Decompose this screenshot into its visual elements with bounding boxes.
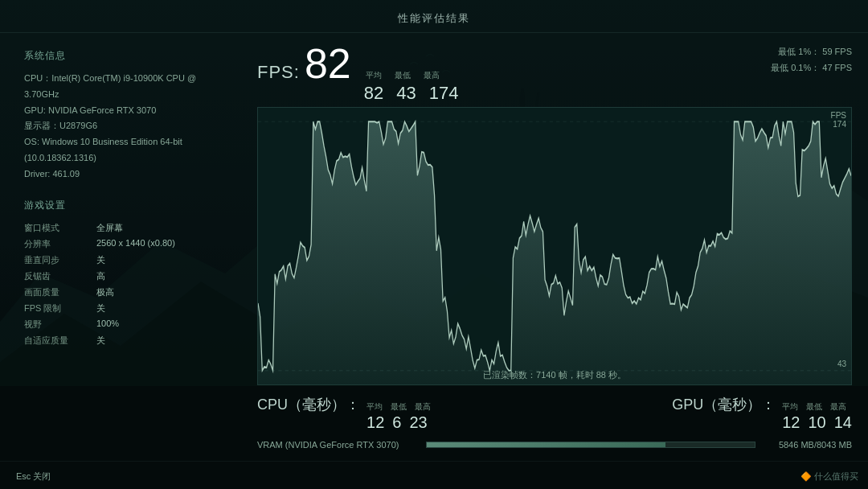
cpu-stats: 平均 最低 最高 12 6 23	[366, 401, 431, 432]
gpu-stats: 平均 最低 最高 12 10 14	[782, 401, 852, 432]
cpu-avg-val: 12	[366, 413, 384, 432]
settings-table: 窗口模式全屏幕分辨率2560 x 1440 (x0.80)垂直同步关反锯齿高画面…	[24, 220, 233, 349]
settings-row: 自适应质量关	[24, 333, 233, 349]
setting-value: 关	[96, 301, 233, 317]
fps-p1-label: 最低 1%：	[778, 47, 820, 56]
fps-display: FPS: 82 平均 最低 最高 82 43 174	[257, 43, 458, 104]
page-title: 性能评估结果	[0, 0, 868, 33]
close-button[interactable]: Esc 关闭	[16, 471, 51, 483]
esc-label: Esc	[16, 471, 31, 481]
bottom-metrics: CPU（毫秒）： 平均 最低 最高 12 6 23	[257, 388, 852, 435]
driver-info: Driver: 461.09	[24, 166, 233, 183]
cpu-max-label: 最高	[415, 401, 431, 413]
setting-label: FPS 限制	[24, 301, 96, 317]
setting-value: 关	[96, 253, 233, 269]
fps-max-stat: 174	[429, 83, 459, 104]
cpu-min-val: 6	[392, 413, 401, 432]
gpu-max-label: 最高	[830, 401, 846, 413]
gpu-min-val: 10	[809, 413, 826, 432]
setting-label: 分辨率	[24, 236, 96, 253]
gpu-max-val: 14	[834, 413, 852, 432]
setting-label: 反锯齿	[24, 269, 96, 285]
vram-section: VRAM (NVIDIA GeForce RTX 3070) 5846 MB/8…	[257, 435, 852, 453]
fps-p1-value: 59 FPS	[822, 47, 852, 56]
gpu-info: GPU: NVIDIA GeForce RTX 3070	[24, 103, 233, 119]
setting-value: 全屏幕	[96, 220, 233, 236]
fps-percentile: 最低 1%： 59 FPS 最低 0.1%： 47 FPS	[771, 43, 852, 76]
fps-label: FPS:	[257, 62, 300, 83]
vram-label: VRAM (NVIDIA GeForce RTX 3070)	[257, 440, 418, 450]
gpu-avg-label: 平均	[782, 401, 798, 413]
fps-chart: FPS174 43 已渲染帧数：7140 帧，耗时 88 秒。	[257, 107, 852, 385]
setting-value: 100%	[96, 317, 233, 333]
setting-label: 垂直同步	[24, 253, 96, 269]
setting-label: 画面质量	[24, 285, 96, 301]
vram-bar	[426, 442, 755, 448]
fps-stats: 平均 最低 最高 82 43 174	[364, 70, 459, 104]
gpu-avg-val: 12	[782, 413, 800, 432]
fps-avg-label: 平均	[366, 70, 382, 81]
vram-bar-fill	[427, 442, 665, 447]
fps-avg-stat: 82	[364, 83, 383, 104]
settings-row: 画面质量极高	[24, 285, 233, 301]
cpu-metric: CPU（毫秒）： 平均 最低 最高 12 6 23	[257, 395, 431, 432]
setting-value: 关	[96, 333, 233, 349]
settings-row: 视野100%	[24, 317, 233, 333]
setting-label: 窗口模式	[24, 220, 96, 236]
chart-top-label: FPS174	[831, 111, 846, 129]
system-info-title: 系统信息	[24, 49, 233, 63]
setting-label: 自适应质量	[24, 333, 96, 349]
zhihu-icon: 🔶	[800, 471, 814, 481]
setting-value: 高	[96, 269, 233, 285]
settings-row: 反锯齿高	[24, 269, 233, 285]
settings-row: 垂直同步关	[24, 253, 233, 269]
fps-p01-label: 最低 0.1%：	[771, 63, 820, 72]
cpu-min-label: 最低	[391, 401, 407, 413]
fps-p01-value: 47 FPS	[822, 63, 852, 72]
chart-info: 已渲染帧数：7140 帧，耗时 88 秒。	[483, 369, 626, 381]
fps-min-stat: 43	[396, 83, 416, 104]
setting-label: 视野	[24, 317, 96, 333]
game-settings-title: 游戏设置	[24, 199, 233, 212]
setting-value: 2560 x 1440 (x0.80)	[96, 236, 233, 253]
setting-value: 极高	[96, 285, 233, 301]
settings-row: 分辨率2560 x 1440 (x0.80)	[24, 236, 233, 253]
gpu-label: GPU（毫秒）：	[672, 395, 776, 414]
cpu-avg-label: 平均	[366, 401, 383, 413]
gpu-metric: GPU（毫秒）： 平均 最低 最高 12 10 14	[672, 395, 852, 432]
display-info: 显示器：U2879G6	[24, 118, 233, 134]
gpu-min-label: 最低	[806, 401, 822, 413]
close-label: 关闭	[33, 471, 51, 481]
watermark: 🔶 什么值得买	[800, 471, 858, 483]
vram-value: 5846 MB/8043 MB	[764, 440, 852, 450]
cpu-info: CPU：Intel(R) Core(TM) i9-10900K CPU @ 3.…	[24, 71, 233, 103]
fps-max-label: 最高	[424, 70, 440, 81]
fps-min-label: 最低	[395, 70, 411, 81]
settings-row: FPS 限制关	[24, 301, 233, 317]
cpu-label: CPU（毫秒）：	[257, 395, 360, 414]
chart-bottom-label: 43	[837, 360, 846, 368]
footer: Esc 关闭	[0, 461, 868, 489]
settings-row: 窗口模式全屏幕	[24, 220, 233, 236]
cpu-max-val: 23	[409, 413, 427, 432]
fps-avg-value: 82	[305, 43, 351, 84]
os-info: OS: Windows 10 Business Edition 64-bit (…	[24, 134, 233, 166]
